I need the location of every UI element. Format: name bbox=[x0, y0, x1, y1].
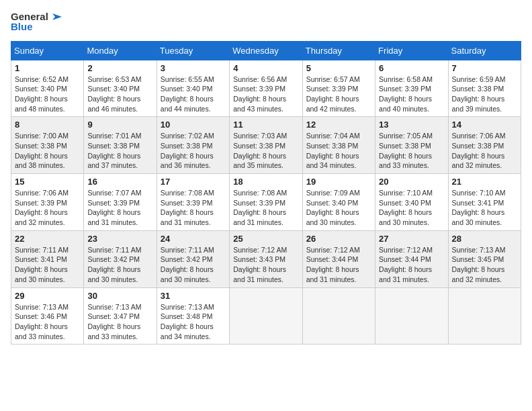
day-info: Sunrise: 7:13 AMSunset: 3:45 PMDaylight:… bbox=[452, 245, 517, 285]
day-number: 4 bbox=[233, 63, 298, 73]
calendar-cell: 28Sunrise: 7:13 AMSunset: 3:45 PMDayligh… bbox=[448, 230, 521, 287]
day-number: 20 bbox=[379, 177, 444, 187]
calendar-cell: 8Sunrise: 7:00 AMSunset: 3:38 PMDaylight… bbox=[11, 117, 84, 174]
calendar-cell: 3Sunrise: 6:55 AMSunset: 3:40 PMDaylight… bbox=[157, 60, 229, 117]
day-info: Sunrise: 7:08 AMSunset: 3:39 PMDaylight:… bbox=[161, 188, 226, 228]
calendar-cell: 30Sunrise: 7:13 AMSunset: 3:47 PMDayligh… bbox=[84, 287, 157, 345]
day-info: Sunrise: 7:01 AMSunset: 3:38 PMDaylight:… bbox=[87, 131, 152, 171]
day-number: 30 bbox=[87, 291, 152, 301]
day-number: 12 bbox=[306, 120, 371, 130]
day-number: 16 bbox=[87, 177, 152, 187]
day-number: 10 bbox=[161, 120, 226, 130]
day-info: Sunrise: 7:02 AMSunset: 3:38 PMDaylight:… bbox=[161, 131, 226, 171]
day-info: Sunrise: 7:11 AMSunset: 3:41 PMDaylight:… bbox=[15, 245, 80, 285]
day-number: 5 bbox=[306, 63, 371, 73]
day-number: 28 bbox=[452, 234, 517, 244]
day-number: 29 bbox=[15, 291, 80, 301]
day-number: 19 bbox=[306, 177, 371, 187]
calendar-cell: 13Sunrise: 7:05 AMSunset: 3:38 PMDayligh… bbox=[375, 117, 448, 174]
calendar-week-3: 15Sunrise: 7:06 AMSunset: 3:39 PMDayligh… bbox=[11, 174, 521, 231]
calendar-cell bbox=[448, 287, 521, 345]
calendar-week-5: 29Sunrise: 7:13 AMSunset: 3:46 PMDayligh… bbox=[11, 287, 521, 345]
day-info: Sunrise: 7:04 AMSunset: 3:38 PMDaylight:… bbox=[306, 131, 371, 171]
calendar-cell: 2Sunrise: 6:53 AMSunset: 3:40 PMDaylight… bbox=[84, 60, 157, 117]
day-info: Sunrise: 7:06 AMSunset: 3:38 PMDaylight:… bbox=[452, 131, 517, 171]
col-header-sunday: Sunday bbox=[11, 41, 84, 60]
day-info: Sunrise: 7:12 AMSunset: 3:44 PMDaylight:… bbox=[306, 245, 371, 285]
logo: General Blue bbox=[11, 11, 62, 33]
day-info: Sunrise: 7:07 AMSunset: 3:39 PMDaylight:… bbox=[87, 188, 152, 228]
day-number: 25 bbox=[233, 234, 298, 244]
day-number: 2 bbox=[87, 63, 152, 73]
day-number: 11 bbox=[233, 120, 298, 130]
day-info: Sunrise: 7:13 AMSunset: 3:48 PMDaylight:… bbox=[161, 302, 226, 342]
calendar-cell: 18Sunrise: 7:08 AMSunset: 3:39 PMDayligh… bbox=[230, 174, 302, 231]
calendar-cell bbox=[230, 287, 302, 345]
calendar-cell: 7Sunrise: 6:59 AMSunset: 3:38 PMDaylight… bbox=[448, 60, 521, 117]
calendar-cell: 21Sunrise: 7:10 AMSunset: 3:41 PMDayligh… bbox=[448, 174, 521, 231]
calendar-week-4: 22Sunrise: 7:11 AMSunset: 3:41 PMDayligh… bbox=[11, 230, 521, 287]
col-header-saturday: Saturday bbox=[448, 41, 521, 60]
calendar-cell: 16Sunrise: 7:07 AMSunset: 3:39 PMDayligh… bbox=[84, 174, 157, 231]
calendar-cell bbox=[302, 287, 375, 345]
calendar-cell: 29Sunrise: 7:13 AMSunset: 3:46 PMDayligh… bbox=[11, 287, 84, 345]
calendar-header-row: SundayMondayTuesdayWednesdayThursdayFrid… bbox=[11, 41, 521, 60]
day-info: Sunrise: 6:59 AMSunset: 3:38 PMDaylight:… bbox=[452, 75, 517, 114]
day-info: Sunrise: 7:08 AMSunset: 3:39 PMDaylight:… bbox=[233, 188, 298, 228]
calendar-cell: 22Sunrise: 7:11 AMSunset: 3:41 PMDayligh… bbox=[11, 230, 84, 287]
day-number: 6 bbox=[379, 63, 444, 73]
day-number: 23 bbox=[87, 234, 152, 244]
day-info: Sunrise: 7:11 AMSunset: 3:42 PMDaylight:… bbox=[87, 245, 152, 285]
calendar-cell: 10Sunrise: 7:02 AMSunset: 3:38 PMDayligh… bbox=[157, 117, 229, 174]
day-number: 9 bbox=[87, 120, 152, 130]
calendar-cell: 24Sunrise: 7:11 AMSunset: 3:42 PMDayligh… bbox=[157, 230, 229, 287]
page-header: General Blue bbox=[11, 11, 521, 33]
day-info: Sunrise: 7:05 AMSunset: 3:38 PMDaylight:… bbox=[379, 131, 444, 171]
calendar-cell: 19Sunrise: 7:09 AMSunset: 3:40 PMDayligh… bbox=[302, 174, 375, 231]
day-number: 14 bbox=[452, 120, 517, 130]
calendar-cell bbox=[375, 287, 448, 345]
calendar-table: SundayMondayTuesdayWednesdayThursdayFrid… bbox=[11, 41, 521, 345]
day-info: Sunrise: 6:56 AMSunset: 3:39 PMDaylight:… bbox=[233, 75, 298, 114]
col-header-tuesday: Tuesday bbox=[157, 41, 229, 60]
day-number: 31 bbox=[161, 291, 226, 301]
day-info: Sunrise: 6:58 AMSunset: 3:39 PMDaylight:… bbox=[379, 75, 444, 114]
col-header-friday: Friday bbox=[375, 41, 448, 60]
day-info: Sunrise: 6:53 AMSunset: 3:40 PMDaylight:… bbox=[87, 75, 152, 114]
calendar-week-1: 1Sunrise: 6:52 AMSunset: 3:40 PMDaylight… bbox=[11, 60, 521, 117]
day-info: Sunrise: 7:11 AMSunset: 3:42 PMDaylight:… bbox=[161, 245, 226, 285]
calendar-cell: 4Sunrise: 6:56 AMSunset: 3:39 PMDaylight… bbox=[230, 60, 302, 117]
calendar-cell: 6Sunrise: 6:58 AMSunset: 3:39 PMDaylight… bbox=[375, 60, 448, 117]
calendar-week-2: 8Sunrise: 7:00 AMSunset: 3:38 PMDaylight… bbox=[11, 117, 521, 174]
day-info: Sunrise: 7:12 AMSunset: 3:43 PMDaylight:… bbox=[233, 245, 298, 285]
day-info: Sunrise: 6:57 AMSunset: 3:39 PMDaylight:… bbox=[306, 75, 371, 114]
calendar-cell: 5Sunrise: 6:57 AMSunset: 3:39 PMDaylight… bbox=[302, 60, 375, 117]
day-info: Sunrise: 7:13 AMSunset: 3:47 PMDaylight:… bbox=[87, 302, 152, 342]
day-number: 26 bbox=[306, 234, 371, 244]
calendar-cell: 20Sunrise: 7:10 AMSunset: 3:40 PMDayligh… bbox=[375, 174, 448, 231]
logo-blue-text: Blue bbox=[11, 21, 62, 33]
calendar-cell: 17Sunrise: 7:08 AMSunset: 3:39 PMDayligh… bbox=[157, 174, 229, 231]
day-info: Sunrise: 6:52 AMSunset: 3:40 PMDaylight:… bbox=[15, 75, 80, 114]
col-header-thursday: Thursday bbox=[302, 41, 375, 60]
calendar-cell: 23Sunrise: 7:11 AMSunset: 3:42 PMDayligh… bbox=[84, 230, 157, 287]
calendar-cell: 14Sunrise: 7:06 AMSunset: 3:38 PMDayligh… bbox=[448, 117, 521, 174]
calendar-cell: 1Sunrise: 6:52 AMSunset: 3:40 PMDaylight… bbox=[11, 60, 84, 117]
day-number: 1 bbox=[15, 63, 80, 73]
day-info: Sunrise: 7:06 AMSunset: 3:39 PMDaylight:… bbox=[15, 188, 80, 228]
day-info: Sunrise: 7:09 AMSunset: 3:40 PMDaylight:… bbox=[306, 188, 371, 228]
svg-marker-0 bbox=[52, 13, 62, 20]
day-number: 27 bbox=[379, 234, 444, 244]
day-number: 22 bbox=[15, 234, 80, 244]
day-number: 3 bbox=[161, 63, 226, 73]
day-number: 8 bbox=[15, 120, 80, 130]
day-info: Sunrise: 7:13 AMSunset: 3:46 PMDaylight:… bbox=[15, 302, 80, 342]
day-info: Sunrise: 7:03 AMSunset: 3:38 PMDaylight:… bbox=[233, 131, 298, 171]
day-number: 7 bbox=[452, 63, 517, 73]
day-number: 17 bbox=[161, 177, 226, 187]
calendar-cell: 11Sunrise: 7:03 AMSunset: 3:38 PMDayligh… bbox=[230, 117, 302, 174]
day-info: Sunrise: 6:55 AMSunset: 3:40 PMDaylight:… bbox=[161, 75, 226, 114]
day-number: 24 bbox=[161, 234, 226, 244]
day-info: Sunrise: 7:10 AMSunset: 3:40 PMDaylight:… bbox=[379, 188, 444, 228]
day-number: 21 bbox=[452, 177, 517, 187]
